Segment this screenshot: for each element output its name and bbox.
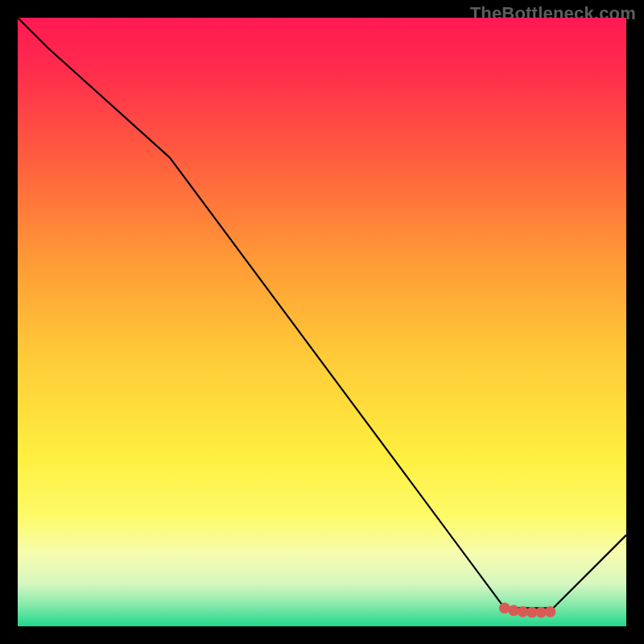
marker-dot — [545, 606, 556, 617]
chart-stage: TheBottleneck.com — [0, 0, 644, 644]
chart-gradient-background — [18, 18, 626, 626]
bottleneck-chart — [18, 18, 626, 626]
